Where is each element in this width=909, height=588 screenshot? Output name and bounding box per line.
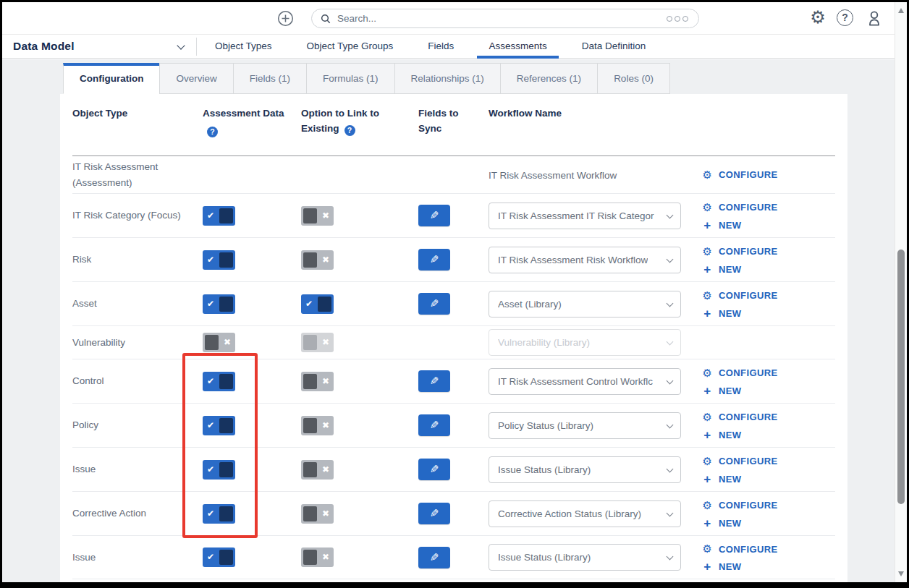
workflow-select[interactable]: Policy Status (Library): [489, 412, 681, 439]
tab-formulas-1[interactable]: Formulas (1): [306, 63, 395, 94]
assessment-data-toggle-off[interactable]: ✖: [203, 333, 235, 352]
link-existing-toggle-off[interactable]: ✖: [301, 504, 334, 524]
link-existing-toggle-off[interactable]: ✖: [301, 206, 334, 226]
help-icon[interactable]: [344, 125, 355, 136]
new-button[interactable]: NEW: [702, 474, 835, 485]
assessment-data-toggle-on[interactable]: ✔: [203, 250, 235, 270]
configure-button[interactable]: CONFIGURE: [702, 411, 835, 424]
check-icon: ✔: [205, 504, 216, 524]
workflow-select[interactable]: Issue Status (Library): [489, 456, 681, 483]
edit-fields-button[interactable]: [418, 503, 450, 524]
scroll-down-icon[interactable]: [898, 571, 904, 576]
edit-fields-button[interactable]: [418, 547, 450, 568]
action-label: NEW: [719, 385, 742, 396]
tab-references-1[interactable]: References (1): [500, 63, 598, 94]
tab-configuration[interactable]: Configuration: [63, 63, 160, 94]
workflow-select-value: Vulnerability (Library): [498, 337, 590, 348]
configure-button[interactable]: CONFIGURE: [702, 367, 835, 380]
new-button[interactable]: NEW: [702, 385, 835, 396]
assessment-data-toggle-on[interactable]: ✔: [203, 294, 235, 314]
tab-relationships-1[interactable]: Relationships (1): [394, 63, 501, 94]
help-icon[interactable]: ?: [837, 9, 853, 26]
assessment-data-cell: ✔: [203, 504, 301, 524]
x-icon: ✖: [320, 372, 331, 391]
context-selector[interactable]: Data Model: [13, 35, 75, 58]
nav-tab-fields[interactable]: Fields: [410, 35, 471, 59]
toggle-knob: [303, 252, 317, 268]
new-button[interactable]: NEW: [702, 430, 835, 440]
assessment-data-toggle-on[interactable]: ✔: [203, 206, 235, 226]
new-button[interactable]: NEW: [702, 308, 835, 319]
link-existing-toggle-off[interactable]: ✖: [301, 416, 334, 435]
link-existing-cell: ✖: [301, 547, 418, 567]
tab-roles-0[interactable]: Roles (0): [597, 63, 670, 94]
link-existing-toggle-on[interactable]: ✔: [301, 294, 334, 314]
workflow-cell: IT Risk Assessment Control Workflc: [489, 368, 702, 395]
search-input[interactable]: [337, 13, 667, 24]
vertical-scrollbar[interactable]: [895, 2, 907, 582]
action-label: CONFIGURE: [719, 290, 778, 301]
configure-button[interactable]: CONFIGURE: [702, 455, 835, 468]
add-icon[interactable]: [277, 10, 294, 27]
edit-fields-button[interactable]: [418, 249, 450, 270]
nav-tabs: Object TypesObject Type GroupsFieldsAsse…: [198, 35, 663, 59]
workflow-select[interactable]: IT Risk Assessment Control Workflc: [489, 368, 681, 395]
configure-button[interactable]: CONFIGURE: [702, 289, 835, 302]
workflow-select[interactable]: IT Risk Assessment IT Risk Categor: [489, 203, 681, 229]
link-existing-toggle-off[interactable]: ✖: [301, 250, 334, 270]
scrollbar-thumb[interactable]: [897, 250, 905, 504]
nav-tab-object-types[interactable]: Object Types: [198, 35, 289, 59]
nav-tab-data-definition[interactable]: Data Definition: [565, 35, 664, 59]
assessment-data-toggle-on[interactable]: ✔: [203, 547, 235, 567]
search-options-icon[interactable]: [667, 16, 688, 22]
assessment-data-toggle-on[interactable]: ✔: [203, 504, 235, 524]
header-fields-to-sync: Fields to Sync: [418, 106, 489, 137]
assessment-data-toggle-on[interactable]: ✔: [203, 372, 235, 391]
new-button[interactable]: NEW: [702, 561, 835, 572]
link-existing-toggle-off[interactable]: ✖: [301, 547, 334, 567]
fields-to-sync-cell: [418, 293, 489, 315]
object-type-label: Risk: [72, 254, 98, 265]
scroll-up-icon[interactable]: [898, 8, 904, 13]
workflow-select[interactable]: IT Risk Assessment Risk Workflow: [489, 247, 681, 273]
new-button[interactable]: NEW: [702, 264, 835, 275]
search-box[interactable]: [311, 9, 699, 28]
configure-button[interactable]: CONFIGURE: [702, 245, 835, 258]
edit-fields-button[interactable]: [418, 205, 450, 226]
action-label: CONFIGURE: [719, 544, 778, 555]
settings-icon[interactable]: [808, 7, 827, 28]
new-button[interactable]: NEW: [702, 518, 835, 529]
chevron-down-icon: [667, 421, 674, 428]
edit-fields-button[interactable]: [418, 459, 450, 480]
configure-button[interactable]: CONFIGURE: [702, 201, 835, 214]
edit-fields-button[interactable]: [418, 293, 450, 315]
configure-button[interactable]: CONFIGURE: [702, 542, 835, 555]
configure-button[interactable]: CONFIGURE: [702, 581, 835, 588]
tab-fields-1[interactable]: Fields (1): [233, 63, 307, 94]
help-icon[interactable]: [207, 127, 218, 137]
plus-icon: [702, 265, 713, 274]
edit-fields-button[interactable]: [418, 414, 450, 436]
workflow-select-value: Asset (Library): [498, 299, 562, 310]
tab-overview[interactable]: Overview: [159, 63, 233, 94]
nav-tab-assessments[interactable]: Assessments: [471, 35, 564, 59]
actions-cell: CONFIGURE: [702, 169, 835, 182]
assessment-data-cell: ✔: [203, 250, 301, 270]
edit-fields-button[interactable]: [418, 370, 450, 392]
assessment-data-toggle-on[interactable]: ✔: [203, 416, 235, 435]
configure-button[interactable]: CONFIGURE: [702, 169, 835, 182]
workflow-select[interactable]: Issue Status (Library): [489, 544, 681, 571]
workflow-select[interactable]: Corrective Action Status (Library): [489, 500, 681, 527]
action-label: CONFIGURE: [719, 456, 778, 466]
link-existing-toggle-off[interactable]: ✖: [301, 460, 334, 480]
assessment-data-toggle-on[interactable]: ✔: [203, 460, 235, 480]
toggle-knob: [219, 252, 233, 268]
actions-cell: CONFIGURE: [702, 579, 835, 588]
new-button[interactable]: NEW: [702, 220, 835, 231]
nav-tab-object-type-groups[interactable]: Object Type Groups: [289, 35, 411, 59]
configure-button[interactable]: CONFIGURE: [702, 499, 835, 512]
user-icon[interactable]: [865, 9, 884, 28]
link-existing-toggle-off[interactable]: ✖: [301, 372, 334, 391]
workflow-select[interactable]: Asset (Library): [489, 291, 681, 318]
link-existing-toggle-disabled: ✖: [301, 333, 334, 352]
